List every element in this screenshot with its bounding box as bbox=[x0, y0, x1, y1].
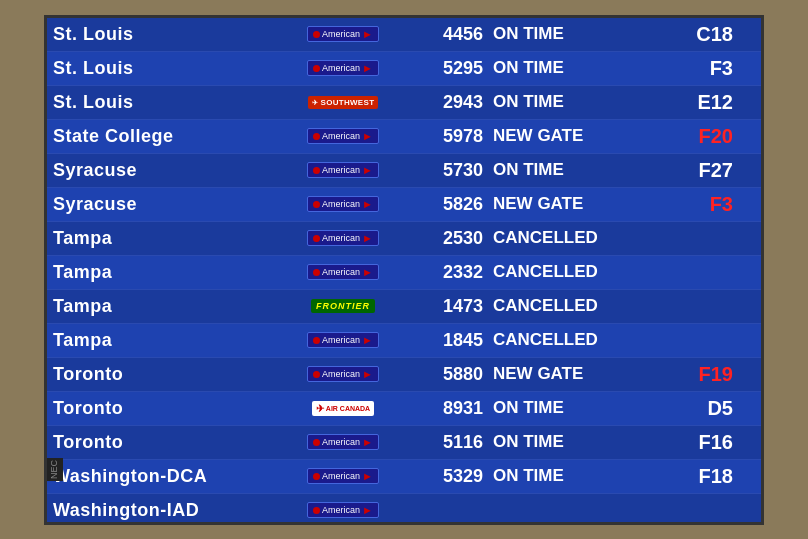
american-airline-badge: American ► bbox=[307, 332, 379, 348]
american-airline-badge: American ► bbox=[307, 26, 379, 42]
table-row: St. Louis American ► 4456 ON TIME C18 bbox=[47, 18, 761, 52]
destination-cell: Washington-DCA bbox=[53, 466, 263, 487]
table-row: Syracuse American ► 5826 NEW GATE F3 bbox=[47, 188, 761, 222]
status-cell: NEW GATE bbox=[493, 194, 663, 214]
airline-cell: American ► bbox=[263, 434, 423, 450]
table-row: Toronto ✈ AIR CANADA 8931 ON TIME D5 bbox=[47, 392, 761, 426]
destination-cell: Washington-IAD bbox=[53, 500, 263, 521]
status-cell: ON TIME bbox=[493, 160, 663, 180]
flight-number-cell: 2332 bbox=[423, 262, 493, 283]
american-airline-badge: American ► bbox=[307, 502, 379, 518]
gate-cell: C18 bbox=[663, 23, 733, 46]
frontier-airline-badge: FRONTIER bbox=[311, 299, 375, 313]
southwest-airline-badge: ✈ SOUTHWEST bbox=[308, 96, 379, 109]
destination-cell: Tampa bbox=[53, 262, 263, 283]
destination-cell: Toronto bbox=[53, 364, 263, 385]
flight-number-cell: 5116 bbox=[423, 432, 493, 453]
airline-cell: American ► bbox=[263, 196, 423, 212]
status-cell: ON TIME bbox=[493, 432, 663, 452]
american-airline-badge: American ► bbox=[307, 230, 379, 246]
flight-number-cell: 5730 bbox=[423, 160, 493, 181]
flight-number-cell: 5329 bbox=[423, 466, 493, 487]
flight-number-cell: 5295 bbox=[423, 58, 493, 79]
table-row: Tampa American ► 2530 CANCELLED bbox=[47, 222, 761, 256]
american-airline-badge: American ► bbox=[307, 162, 379, 178]
destination-cell: Tampa bbox=[53, 228, 263, 249]
destination-cell: St. Louis bbox=[53, 92, 263, 113]
airline-cell: American ► bbox=[263, 366, 423, 382]
flight-number-cell: 2943 bbox=[423, 92, 493, 113]
gate-cell: F3 bbox=[663, 193, 733, 216]
gate-cell: F18 bbox=[663, 465, 733, 488]
american-airline-badge: American ► bbox=[307, 468, 379, 484]
airline-cell: American ► bbox=[263, 230, 423, 246]
destination-cell: Tampa bbox=[53, 330, 263, 351]
status-cell: ON TIME bbox=[493, 58, 663, 78]
airline-cell: American ► bbox=[263, 332, 423, 348]
gate-cell: F3 bbox=[663, 57, 733, 80]
airline-cell: ✈ AIR CANADA bbox=[263, 401, 423, 416]
airline-cell: American ► bbox=[263, 264, 423, 280]
destination-cell: Toronto bbox=[53, 432, 263, 453]
table-row: Washington-IAD American ► bbox=[47, 494, 761, 525]
airline-cell: American ► bbox=[263, 60, 423, 76]
gate-cell: D5 bbox=[663, 397, 733, 420]
airline-cell: ✈ SOUTHWEST bbox=[263, 96, 423, 109]
flight-number-cell: 5880 bbox=[423, 364, 493, 385]
destination-cell: St. Louis bbox=[53, 24, 263, 45]
flight-number-cell: 8931 bbox=[423, 398, 493, 419]
gate-cell: F27 bbox=[663, 159, 733, 182]
airline-cell: FRONTIER bbox=[263, 299, 423, 313]
status-cell: ON TIME bbox=[493, 398, 663, 418]
flight-number-cell: 4456 bbox=[423, 24, 493, 45]
american-airline-badge: American ► bbox=[307, 264, 379, 280]
flight-number-cell: 1845 bbox=[423, 330, 493, 351]
airline-cell: American ► bbox=[263, 162, 423, 178]
table-row: Syracuse American ► 5730 ON TIME F27 bbox=[47, 154, 761, 188]
destination-cell: Toronto bbox=[53, 398, 263, 419]
airline-cell: American ► bbox=[263, 468, 423, 484]
gate-cell: F19 bbox=[663, 363, 733, 386]
status-cell: CANCELLED bbox=[493, 228, 663, 248]
status-cell: CANCELLED bbox=[493, 330, 663, 350]
table-row: St. Louis American ► 5295 ON TIME F3 bbox=[47, 52, 761, 86]
american-airline-badge: American ► bbox=[307, 434, 379, 450]
table-row: Toronto American ► 5116 ON TIME F16 bbox=[47, 426, 761, 460]
table-row: Toronto American ► 5880 NEW GATE F19 bbox=[47, 358, 761, 392]
status-cell: NEW GATE bbox=[493, 364, 663, 384]
destination-cell: Syracuse bbox=[53, 160, 263, 181]
gate-cell: E12 bbox=[663, 91, 733, 114]
airline-cell: American ► bbox=[263, 26, 423, 42]
table-row: St. Louis ✈ SOUTHWEST 2943 ON TIME E12 bbox=[47, 86, 761, 120]
american-airline-badge: American ► bbox=[307, 128, 379, 144]
gate-cell: F16 bbox=[663, 431, 733, 454]
destination-cell: State College bbox=[53, 126, 263, 147]
status-cell: ON TIME bbox=[493, 466, 663, 486]
american-airline-badge: American ► bbox=[307, 366, 379, 382]
airline-cell: American ► bbox=[263, 502, 423, 518]
table-row: Tampa FRONTIER 1473 CANCELLED bbox=[47, 290, 761, 324]
status-cell: NEW GATE bbox=[493, 126, 663, 146]
flight-number-cell: 5978 bbox=[423, 126, 493, 147]
status-cell: CANCELLED bbox=[493, 296, 663, 316]
aircanada-airline-badge: ✈ AIR CANADA bbox=[312, 401, 374, 416]
status-cell: ON TIME bbox=[493, 92, 663, 112]
destination-cell: Tampa bbox=[53, 296, 263, 317]
table-row: Tampa American ► 2332 CANCELLED bbox=[47, 256, 761, 290]
status-cell: ON TIME bbox=[493, 24, 663, 44]
table-row: State College American ► 5978 NEW GATE F… bbox=[47, 120, 761, 154]
destination-cell: Syracuse bbox=[53, 194, 263, 215]
american-airline-badge: American ► bbox=[307, 60, 379, 76]
airline-cell: American ► bbox=[263, 128, 423, 144]
departures-board: St. Louis American ► 4456 ON TIME C18 St… bbox=[44, 15, 764, 525]
table-row: Tampa American ► 1845 CANCELLED bbox=[47, 324, 761, 358]
monitor-brand: NEC bbox=[45, 458, 63, 481]
status-cell: CANCELLED bbox=[493, 262, 663, 282]
destination-cell: St. Louis bbox=[53, 58, 263, 79]
table-row: Washington-DCA American ► 5329 ON TIME F… bbox=[47, 460, 761, 494]
flight-number-cell: 2530 bbox=[423, 228, 493, 249]
flight-number-cell: 1473 bbox=[423, 296, 493, 317]
american-airline-badge: American ► bbox=[307, 196, 379, 212]
flight-number-cell: 5826 bbox=[423, 194, 493, 215]
gate-cell: F20 bbox=[663, 125, 733, 148]
